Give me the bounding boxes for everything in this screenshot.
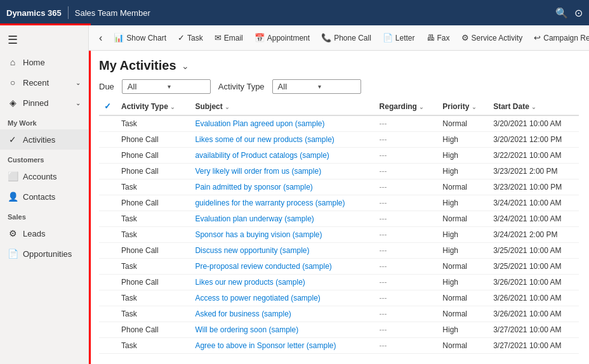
row-check[interactable]: [99, 132, 116, 148]
row-subject[interactable]: Evaluation Plan agreed upon (sample): [190, 115, 374, 132]
page-title-chevron[interactable]: ⌄: [182, 61, 189, 71]
row-regarding: ---: [374, 227, 438, 243]
col-check[interactable]: ✓: [99, 98, 116, 115]
row-check[interactable]: [99, 275, 116, 290]
letter-button[interactable]: 📄 Letter: [378, 30, 420, 45]
row-subject[interactable]: Likes some of our new products (sample): [190, 132, 374, 148]
row-check[interactable]: [99, 306, 116, 322]
row-regarding: ---: [374, 164, 438, 179]
row-check[interactable]: [99, 322, 116, 338]
col-regarding[interactable]: Regarding ⌄: [374, 98, 438, 115]
row-start-date: 3/20/2021 12:00 PM: [488, 132, 579, 148]
sidebar-item-activities[interactable]: ✓ Activities: [0, 129, 88, 150]
hamburger-menu[interactable]: ☰: [0, 25, 88, 52]
row-start-date: 3/24/2021 10:00 AM: [488, 211, 579, 227]
campaign-response-button[interactable]: ↩ Campaign Response: [529, 30, 589, 45]
section-my-work: My Work: [0, 113, 88, 129]
row-check[interactable]: [99, 227, 116, 243]
show-chart-icon: 📊: [114, 33, 124, 42]
row-subject[interactable]: Access to power negotiated (sample): [190, 290, 374, 306]
row-subject[interactable]: Very likely will order from us (sample): [190, 164, 374, 179]
row-priority: Normal: [437, 306, 488, 322]
sidebar-activities-label: Activities: [23, 135, 55, 145]
row-subject[interactable]: Likes our new products (sample): [190, 275, 374, 290]
fax-button[interactable]: 🖷 Fax: [421, 30, 455, 45]
page-header: My Activities ⌄: [89, 51, 589, 75]
back-button[interactable]: ‹: [94, 30, 107, 46]
phone-call-button[interactable]: 📞 Phone Call: [316, 30, 376, 45]
row-subject[interactable]: Pain admitted by sponsor (sample): [190, 179, 374, 195]
row-activity-type: Task: [116, 306, 190, 322]
sidebar-item-opportunities[interactable]: 📄 Opportunities: [0, 244, 88, 264]
col-priority[interactable]: Priority ⌄: [437, 98, 488, 115]
row-priority: Normal: [437, 115, 488, 132]
row-activity-type: Phone Call: [116, 195, 190, 211]
row-check[interactable]: [99, 115, 116, 132]
due-filter-value: All: [128, 82, 165, 91]
settings-icon[interactable]: ⊙: [574, 7, 583, 19]
row-check[interactable]: [99, 259, 116, 275]
row-check[interactable]: [99, 195, 116, 211]
activities-table: ✓ Activity Type ⌄ Subject ⌄ Regarding ⌄ …: [99, 98, 579, 354]
due-label: Due: [99, 82, 114, 91]
row-activity-type: Phone Call: [116, 132, 190, 148]
table-row: Task Asked for business (sample) --- Nor…: [99, 306, 579, 322]
search-icon[interactable]: 🔍: [555, 7, 568, 19]
sidebar-item-recent[interactable]: ○ Recent ⌄: [0, 72, 88, 93]
sidebar-item-home[interactable]: ⌂ Home: [0, 52, 88, 72]
accounts-icon: ⬜: [8, 171, 18, 181]
sidebar-item-contacts[interactable]: 👤 Contacts: [0, 186, 88, 207]
table-row: Task Pre-proposal review conducted (samp…: [99, 259, 579, 275]
row-priority: High: [437, 275, 488, 290]
app-role: Sales Team Member: [75, 8, 150, 18]
row-check[interactable]: [99, 338, 116, 354]
row-check[interactable]: [99, 211, 116, 227]
activity-type-filter-select[interactable]: All ▾: [272, 79, 361, 94]
show-chart-button[interactable]: 📊 Show Chart: [109, 30, 171, 45]
row-start-date: 3/26/2021 10:00 AM: [488, 290, 579, 306]
service-activity-button[interactable]: ⚙ Service Activity: [456, 30, 528, 45]
row-subject[interactable]: Evaluation plan underway (sample): [190, 211, 374, 227]
row-check[interactable]: [99, 179, 116, 195]
email-button[interactable]: ✉ Email: [209, 30, 248, 45]
table-row: Task Access to power negotiated (sample)…: [99, 290, 579, 306]
activities-icon: ✓: [8, 134, 18, 145]
show-chart-label: Show Chart: [126, 34, 166, 42]
sidebar-item-pinned[interactable]: ◈ Pinned ⌄: [0, 93, 88, 113]
row-activity-type: Task: [116, 115, 190, 132]
appointment-button[interactable]: 📅 Appointment: [249, 30, 315, 45]
filter-bar: Due All ▾ Activity Type All ▾: [89, 75, 589, 98]
row-subject[interactable]: availability of Product catalogs (sample…: [190, 148, 374, 164]
row-subject[interactable]: Discuss new opportunity (sample): [190, 243, 374, 259]
table-row: Task Sponsor has a buying vision (sample…: [99, 227, 579, 243]
sidebar-item-leads[interactable]: ⚙ Leads: [0, 223, 88, 244]
top-bar: Dynamics 365 Sales Team Member 🔍 ⊙: [0, 0, 589, 25]
row-regarding: ---: [374, 290, 438, 306]
row-start-date: 3/26/2021 10:00 AM: [488, 306, 579, 322]
row-check[interactable]: [99, 290, 116, 306]
row-subject[interactable]: Will be ordering soon (sample): [190, 322, 374, 338]
sidebar-item-accounts[interactable]: ⬜ Accounts: [0, 166, 88, 186]
sidebar-home-label: Home: [23, 58, 45, 67]
row-check[interactable]: [99, 243, 116, 259]
col-subject[interactable]: Subject ⌄: [190, 98, 374, 115]
row-subject[interactable]: Sponsor has a buying vision (sample): [190, 227, 374, 243]
row-subject[interactable]: guidelines for the warranty process (sam…: [190, 195, 374, 211]
due-filter-select[interactable]: All ▾: [122, 79, 211, 94]
table-header-row: ✓ Activity Type ⌄ Subject ⌄ Regarding ⌄ …: [99, 98, 579, 115]
row-start-date: 3/22/2021 10:00 AM: [488, 148, 579, 164]
row-check[interactable]: [99, 164, 116, 179]
row-start-date: 3/27/2021 10:00 AM: [488, 322, 579, 338]
row-subject[interactable]: Pre-proposal review conducted (sample): [190, 259, 374, 275]
task-button[interactable]: ✓ Task: [173, 30, 208, 45]
row-regarding: ---: [374, 322, 438, 338]
row-subject[interactable]: Asked for business (sample): [190, 306, 374, 322]
row-subject[interactable]: Agree to above in Sponsor letter (sample…: [190, 338, 374, 354]
row-check[interactable]: [99, 148, 116, 164]
recent-chevron: ⌄: [76, 79, 81, 86]
page-title: My Activities: [99, 58, 176, 73]
row-priority: High: [437, 243, 488, 259]
col-start-date[interactable]: Start Date ⌄: [488, 98, 579, 115]
col-activity-type[interactable]: Activity Type ⌄: [116, 98, 190, 115]
due-filter-chevron: ▾: [168, 83, 205, 90]
